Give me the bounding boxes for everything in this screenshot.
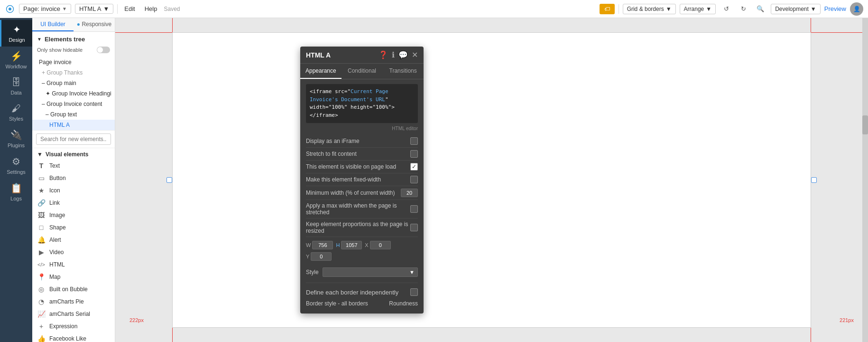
canvas-scrollbar[interactable] <box>862 18 868 342</box>
border-style-row: Border style - all borders Roundness <box>306 298 418 309</box>
height-input[interactable] <box>341 241 362 249</box>
elements-tree-title: Elements tree <box>45 36 85 43</box>
element-shape[interactable]: □ Shape <box>32 221 115 234</box>
facebook-like-icon: 👍 <box>37 334 46 342</box>
fixed-width-label: Make this element fixed-width <box>306 176 410 183</box>
display-as-iframe-checkbox[interactable] <box>410 137 418 145</box>
keep-proportions-row: Keep element proportions as the page is … <box>306 218 418 237</box>
element-selector[interactable]: HTML A ▼ <box>75 4 113 14</box>
max-width-label: Apply a max width when the page is stret… <box>306 202 410 216</box>
element-facebook-like[interactable]: 👍 Facebook Like <box>32 332 115 342</box>
text-icon: T <box>37 162 46 170</box>
sidebar-item-data[interactable]: 🗄 Data <box>0 73 32 99</box>
tab-conditional[interactable]: Conditional <box>342 64 383 79</box>
upgrade-button[interactable]: 🏷 <box>600 4 615 14</box>
element-icon[interactable]: ★ Icon <box>32 184 115 197</box>
stretch-to-fit-checkbox[interactable] <box>410 150 418 158</box>
tree-item-group-thanks[interactable]: + Group Thanks ⋯ <box>32 67 115 78</box>
stretch-to-fit-row: Stretch to fit content <box>306 148 418 161</box>
canvas-area: 222px 221px HTML A ❓ ℹ 💬 ✕ Appearance <box>115 18 868 342</box>
development-button[interactable]: Development ▼ <box>771 4 821 14</box>
x-input[interactable] <box>370 241 391 249</box>
only-show-hideable-toggle[interactable] <box>97 47 110 53</box>
dimensions-row: W H X Y <box>306 237 418 265</box>
element-amcharts-pie[interactable]: ◔ amCharts Pie <box>32 295 115 308</box>
sidebar-item-design[interactable]: ✦ Design <box>0 20 32 47</box>
user-avatar[interactable]: 👤 <box>850 2 863 16</box>
sidebar-item-workflow[interactable]: ⚡ Workflow <box>0 47 32 73</box>
tree-item-group-invoice-headingi[interactable]: ✦ Group Invoice Headingi ⋯ <box>32 88 115 99</box>
canvas-resize-left-handle[interactable] <box>166 177 172 183</box>
style-label: Style <box>306 269 319 276</box>
tree-item-group-invoice-content-label: – Group Invoice content <box>42 101 102 107</box>
grid-borders-button[interactable]: Grid & borders ▼ <box>623 4 676 14</box>
responsive-icon: ● <box>77 21 80 28</box>
code-block[interactable]: <iframe src="Current Page Invoice's Docu… <box>306 84 418 123</box>
element-html[interactable]: </> HTML <box>32 258 115 271</box>
element-built-on-bubble[interactable]: ◎ Built on Bubble <box>32 283 115 295</box>
html-icon: </> <box>37 260 46 269</box>
tab-responsive[interactable]: ● Responsive <box>74 18 115 31</box>
redo-button[interactable]: ↻ <box>737 2 750 16</box>
element-image[interactable]: 🖼 Image <box>32 209 115 221</box>
grid-borders-chevron: ▼ <box>666 6 672 12</box>
tab-appearance[interactable]: Appearance <box>300 64 342 79</box>
element-expression[interactable]: + Expression <box>32 320 115 332</box>
info-icon[interactable]: ℹ <box>392 50 395 59</box>
only-show-hideable-label: Only show hideable <box>37 47 83 53</box>
visible-on-load-checkbox[interactable] <box>410 163 418 171</box>
style-select[interactable]: ▼ <box>323 267 418 277</box>
y-input[interactable] <box>311 252 332 261</box>
tree-item-group-main[interactable]: – Group main ⋯ <box>32 78 115 88</box>
visible-on-load-label: This element is visible on page load <box>306 163 410 170</box>
tab-ui-builder[interactable]: UI Builder <box>32 18 74 31</box>
fixed-width-checkbox[interactable] <box>410 176 418 183</box>
link-icon: 🔗 <box>37 199 46 207</box>
tree-item-html-a[interactable]: HTML A ⋯ <box>32 120 115 130</box>
map-icon: 📍 <box>37 273 46 281</box>
keep-proportions-checkbox[interactable] <box>410 224 418 231</box>
canvas-scrollbar-thumb[interactable] <box>862 115 868 134</box>
element-button[interactable]: ▭ Button <box>32 172 115 184</box>
help-menu[interactable]: Help <box>142 4 160 13</box>
tree-item-group-text[interactable]: – Group text ⋯ <box>32 109 115 120</box>
sidebar-item-settings[interactable]: ⚙ Settings <box>0 152 32 179</box>
comment-icon[interactable]: 💬 <box>398 50 408 59</box>
tab-transitions[interactable]: Transitions <box>382 64 424 79</box>
min-width-label: Minimum width (% of current width) <box>306 190 401 196</box>
element-video[interactable]: ▶ Video <box>32 246 115 258</box>
search-button[interactable]: 🔍 <box>754 2 767 16</box>
canvas-resize-right-handle[interactable] <box>811 177 817 183</box>
sidebar-item-logs[interactable]: 📋 Logs <box>0 179 32 205</box>
element-text[interactable]: T Text <box>32 160 115 172</box>
max-width-checkbox[interactable] <box>410 205 418 213</box>
sidebar-item-plugins[interactable]: 🔌 Plugins <box>0 125 32 152</box>
element-alert[interactable]: 🔔 Alert <box>32 234 115 246</box>
map-label: Map <box>49 274 60 280</box>
sidebar-item-styles[interactable]: 🖌 Styles <box>0 99 32 125</box>
arrange-label: Arrange <box>684 6 704 12</box>
min-width-input[interactable] <box>401 189 418 197</box>
design-label: Design <box>9 37 25 43</box>
close-icon[interactable]: ✕ <box>412 50 418 59</box>
preview-button[interactable]: Preview <box>824 5 846 12</box>
element-map[interactable]: 📍 Map <box>32 271 115 283</box>
tree-item-page-invoice[interactable]: Page invoice ⋯ <box>32 57 115 67</box>
stretch-to-fit-label: Stretch to fit content <box>306 151 410 157</box>
tree-item-group-invoice-content[interactable]: – Group Invoice content ⋯ <box>32 99 115 109</box>
arrange-button[interactable]: Arrange ▼ <box>680 4 716 14</box>
icon-label: Icon <box>49 187 60 194</box>
page-selector[interactable]: Page: invoice ▼ <box>19 4 71 14</box>
undo-button[interactable]: ↺ <box>720 2 733 16</box>
edit-menu[interactable]: Edit <box>121 4 138 13</box>
settings-label: Settings <box>7 169 26 175</box>
styles-icon: 🖌 <box>11 103 21 114</box>
element-link[interactable]: 🔗 Link <box>32 197 115 209</box>
width-input[interactable] <box>312 241 333 249</box>
search-elements-input[interactable] <box>36 133 111 145</box>
define-border-checkbox[interactable] <box>410 288 418 296</box>
help-circle-icon[interactable]: ❓ <box>379 50 388 59</box>
element-amcharts-serial[interactable]: 📈 amCharts Serial <box>32 308 115 320</box>
x-group: X <box>365 241 390 249</box>
shape-label: Shape <box>49 224 66 231</box>
